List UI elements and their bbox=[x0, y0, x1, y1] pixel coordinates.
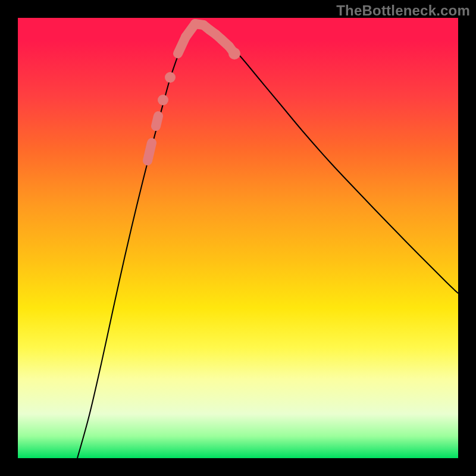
plot-area bbox=[18, 18, 458, 458]
marker-group bbox=[148, 24, 240, 161]
right-curve bbox=[196, 21, 458, 293]
curve-marker-segment bbox=[156, 116, 158, 126]
curve-marker bbox=[158, 95, 168, 105]
left-curve bbox=[77, 21, 196, 458]
watermark-text: TheBottleneck.com bbox=[336, 2, 470, 19]
curve-marker bbox=[165, 72, 176, 83]
curve-marker bbox=[228, 48, 240, 60]
image-frame: TheBottleneck.com bbox=[0, 0, 476, 476]
curves-svg bbox=[18, 18, 458, 458]
curve-marker-segment bbox=[148, 143, 152, 161]
